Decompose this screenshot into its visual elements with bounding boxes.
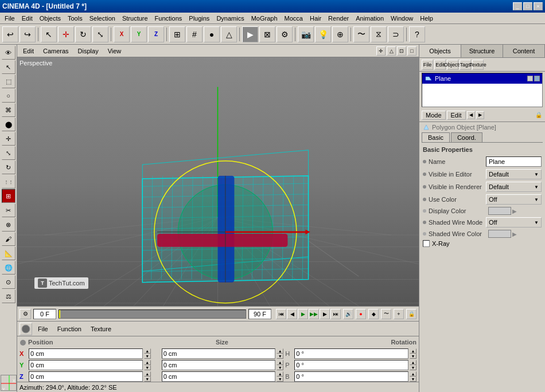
left-tool-rotate[interactable]: ↻: [2, 160, 15, 174]
pos-z-down[interactable]: ▼: [144, 377, 151, 382]
menu-animation[interactable]: Animation: [352, 14, 387, 23]
menu-dynamics[interactable]: Dynamics: [213, 14, 247, 23]
grid-button[interactable]: #: [186, 26, 203, 42]
help-button[interactable]: ?: [409, 26, 425, 42]
audio-button[interactable]: 🔊: [343, 309, 353, 319]
menu-edit[interactable]: Edit: [18, 14, 36, 23]
size-x-input[interactable]: [162, 348, 276, 359]
pos-x-input[interactable]: [29, 348, 143, 359]
title-bar-buttons[interactable]: _ □ ×: [513, 2, 543, 10]
play-button[interactable]: ▶: [298, 309, 308, 319]
menu-render[interactable]: Render: [325, 14, 352, 23]
rot-h-input[interactable]: [294, 348, 408, 359]
menu-help[interactable]: Help: [416, 14, 437, 23]
maximize-button[interactable]: □: [523, 2, 532, 10]
object-button[interactable]: ●: [204, 26, 220, 42]
minimize-button[interactable]: _: [513, 2, 522, 10]
tab-structure[interactable]: Structure: [461, 45, 503, 57]
pos-z-up[interactable]: ▲: [144, 371, 151, 377]
vp-edit[interactable]: Edit: [20, 47, 37, 55]
pos-x-spinner[interactable]: ▲ ▼: [144, 348, 151, 359]
left-tool-polygon[interactable]: ⊞: [2, 189, 15, 203]
menu-mocca[interactable]: Mocca: [281, 14, 306, 23]
record-button[interactable]: ●: [356, 309, 366, 319]
rot-b-up[interactable]: ▲: [410, 371, 416, 377]
step-fwd-button[interactable]: ▶: [320, 309, 330, 319]
camera-button[interactable]: 📷: [298, 26, 314, 42]
menu-plugins[interactable]: Plugins: [185, 14, 213, 23]
pos-y-down[interactable]: ▼: [144, 365, 151, 370]
timeline-plus[interactable]: +: [394, 309, 404, 319]
prop-shaded-wire-select[interactable]: Off ▼: [486, 217, 542, 228]
pos-x-down[interactable]: ▼: [144, 354, 151, 359]
left-tool-paint[interactable]: 🖌: [2, 232, 15, 246]
mode-next[interactable]: ▶: [476, 111, 484, 119]
step-back-button[interactable]: ◀: [287, 309, 297, 319]
menu-functions[interactable]: Functions: [151, 14, 186, 23]
size-z-input[interactable]: [162, 371, 276, 382]
menu-structure[interactable]: Structure: [119, 14, 151, 23]
prop-tab-coord[interactable]: Coord.: [451, 132, 482, 142]
tab-content[interactable]: Content: [503, 45, 545, 57]
end-frame-field[interactable]: 90 F: [248, 309, 271, 319]
rot-p-down[interactable]: ▼: [410, 365, 416, 370]
menu-hair[interactable]: Hair: [306, 14, 325, 23]
rot-h-spinner[interactable]: ▲ ▼: [410, 348, 416, 359]
axis-y-button[interactable]: Y: [131, 26, 147, 42]
rot-h-down[interactable]: ▼: [410, 354, 416, 359]
left-tool-weight[interactable]: ⚖: [2, 289, 15, 303]
size-z-up[interactable]: ▲: [277, 371, 283, 377]
axis-x-button[interactable]: X: [114, 26, 130, 42]
prop-vis-editor-select[interactable]: Default ▼: [486, 169, 542, 179]
vp-icon-4[interactable]: □: [407, 46, 416, 56]
null-button[interactable]: ⊕: [332, 26, 348, 42]
pos-x-up[interactable]: ▲: [144, 348, 151, 354]
prop-tab-basic[interactable]: Basic: [422, 132, 450, 142]
size-x-up[interactable]: ▲: [277, 348, 283, 354]
rot-b-input[interactable]: [294, 371, 408, 382]
left-tool-joint[interactable]: ⊙: [2, 275, 15, 289]
vp-icon-3[interactable]: ⊡: [397, 46, 406, 56]
left-tool-dots[interactable]: ⋮⋮: [2, 175, 15, 189]
object-item-plane[interactable]: Plane: [422, 73, 542, 84]
prop-vis-renderer-select[interactable]: Default ▼: [486, 182, 542, 192]
close-button[interactable]: ×: [534, 2, 543, 10]
render-button[interactable]: ▶: [242, 26, 258, 42]
pos-y-spinner[interactable]: ▲ ▼: [144, 360, 151, 370]
go-start-button[interactable]: ⏮: [276, 309, 286, 319]
prop-display-color-swatch[interactable]: [488, 207, 511, 215]
vp-display[interactable]: Display: [75, 47, 102, 55]
obj-file[interactable]: File: [422, 60, 433, 70]
rot-h-up[interactable]: ▲: [410, 348, 416, 354]
menu-file[interactable]: File: [1, 14, 18, 23]
scale-tool-button[interactable]: ⤡: [92, 26, 108, 42]
left-tool-select1[interactable]: ↖: [2, 60, 15, 74]
left-tool-move[interactable]: ✛: [2, 132, 15, 146]
vp-cameras[interactable]: Cameras: [40, 47, 72, 55]
generator-button[interactable]: ⧖: [371, 26, 387, 42]
left-tool-knife[interactable]: ✂: [2, 203, 15, 217]
undo-button[interactable]: ↩: [2, 26, 18, 42]
menu-selection[interactable]: Selection: [86, 14, 119, 23]
size-x-down[interactable]: ▼: [277, 354, 283, 359]
poly-button[interactable]: △: [221, 26, 237, 42]
deformer-button[interactable]: ⊃: [388, 26, 404, 42]
pos-y-up[interactable]: ▲: [144, 360, 151, 365]
rotate-tool-button[interactable]: ↻: [75, 26, 91, 42]
rot-b-down[interactable]: ▼: [410, 377, 416, 382]
viewport[interactable]: Perspective: [17, 57, 419, 306]
prop-use-color-select[interactable]: Off ▼: [486, 194, 542, 205]
pos-y-input[interactable]: [29, 360, 143, 370]
prop-display-color-arrow[interactable]: ▶: [512, 208, 517, 214]
size-x-spinner[interactable]: ▲ ▼: [277, 348, 283, 359]
left-tool-measure[interactable]: 📐: [2, 246, 15, 260]
prop-xray-checkbox[interactable]: [423, 240, 430, 247]
render-region-button[interactable]: ⊠: [259, 26, 275, 42]
select-tool-button[interactable]: ↖: [41, 26, 57, 42]
mode-prev[interactable]: ◀: [467, 111, 475, 119]
obj-objects[interactable]: Objects: [447, 60, 458, 70]
prop-shaded-wire-color-arrow[interactable]: ▶: [512, 231, 517, 237]
mat-function[interactable]: Function: [54, 325, 85, 333]
mode-button[interactable]: Mode: [422, 111, 446, 120]
timeline-lock[interactable]: 🔒: [406, 309, 416, 319]
